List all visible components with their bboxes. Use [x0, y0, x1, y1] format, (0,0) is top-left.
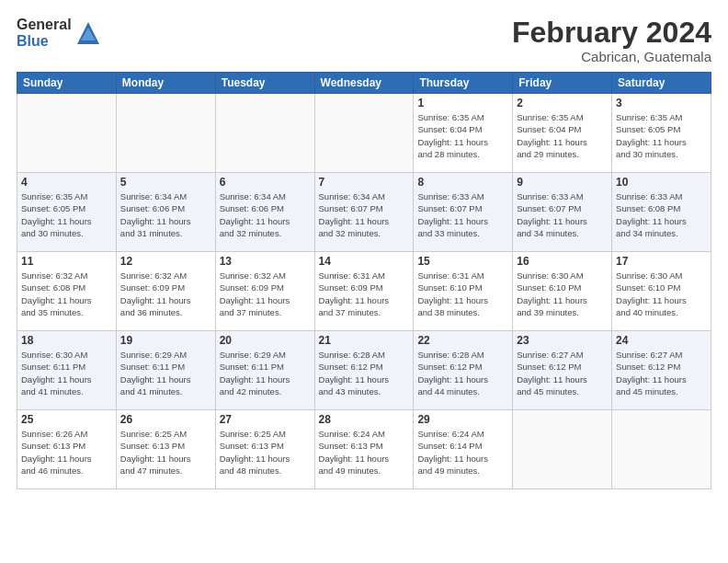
logo-general-text: General: [17, 17, 72, 33]
week-row-4: 18Sunrise: 6:30 AM Sunset: 6:11 PM Dayli…: [17, 331, 711, 410]
week-row-2: 4Sunrise: 6:35 AM Sunset: 6:05 PM Daylig…: [17, 173, 711, 252]
day-info: Sunrise: 6:34 AM Sunset: 6:06 PM Dayligh…: [120, 190, 211, 239]
day-info: Sunrise: 6:34 AM Sunset: 6:07 PM Dayligh…: [319, 190, 410, 239]
calendar-cell: 28Sunrise: 6:24 AM Sunset: 6:13 PM Dayli…: [314, 410, 414, 489]
day-info: Sunrise: 6:35 AM Sunset: 6:05 PM Dayligh…: [616, 111, 707, 160]
day-info: Sunrise: 6:35 AM Sunset: 6:05 PM Dayligh…: [21, 190, 112, 239]
day-info: Sunrise: 6:35 AM Sunset: 6:04 PM Dayligh…: [517, 111, 608, 160]
day-number: 12: [120, 255, 211, 268]
calendar-cell: 20Sunrise: 6:29 AM Sunset: 6:11 PM Dayli…: [215, 331, 314, 410]
calendar-cell: [215, 94, 314, 173]
calendar-cell: 7Sunrise: 6:34 AM Sunset: 6:07 PM Daylig…: [314, 173, 414, 252]
calendar-cell: 18Sunrise: 6:30 AM Sunset: 6:11 PM Dayli…: [17, 331, 117, 410]
calendar-cell: 4Sunrise: 6:35 AM Sunset: 6:05 PM Daylig…: [17, 173, 117, 252]
week-row-3: 11Sunrise: 6:32 AM Sunset: 6:08 PM Dayli…: [17, 252, 711, 331]
weekday-header-wednesday: Wednesday: [314, 73, 414, 94]
calendar-cell: 5Sunrise: 6:34 AM Sunset: 6:06 PM Daylig…: [116, 173, 215, 252]
day-number: 24: [616, 334, 707, 347]
day-number: 19: [120, 334, 211, 347]
day-info: Sunrise: 6:29 AM Sunset: 6:11 PM Dayligh…: [220, 349, 311, 397]
weekday-header-sunday: Sunday: [17, 73, 117, 94]
day-info: Sunrise: 6:26 AM Sunset: 6:13 PM Dayligh…: [21, 428, 112, 477]
day-number: 6: [220, 176, 311, 189]
calendar-cell: [17, 94, 117, 173]
calendar-cell: [116, 94, 215, 173]
calendar-cell: 14Sunrise: 6:31 AM Sunset: 6:09 PM Dayli…: [314, 252, 414, 331]
calendar-cell: 23Sunrise: 6:27 AM Sunset: 6:12 PM Dayli…: [513, 331, 612, 410]
day-info: Sunrise: 6:25 AM Sunset: 6:13 PM Dayligh…: [220, 428, 311, 477]
day-number: 18: [21, 334, 112, 347]
day-number: 1: [417, 97, 508, 109]
day-info: Sunrise: 6:24 AM Sunset: 6:14 PM Dayligh…: [417, 428, 508, 477]
day-number: 23: [517, 334, 608, 347]
calendar-cell: [612, 410, 711, 489]
calendar-cell: 3Sunrise: 6:35 AM Sunset: 6:05 PM Daylig…: [612, 94, 711, 173]
day-number: 27: [220, 413, 311, 426]
day-number: 2: [517, 97, 608, 109]
day-number: 29: [417, 413, 508, 426]
header: General Blue February 2024 Cabrican, Gua…: [17, 17, 711, 64]
calendar-cell: 17Sunrise: 6:30 AM Sunset: 6:10 PM Dayli…: [612, 252, 711, 331]
day-number: 21: [319, 334, 410, 347]
day-info: Sunrise: 6:32 AM Sunset: 6:08 PM Dayligh…: [21, 270, 112, 318]
calendar-cell: 22Sunrise: 6:28 AM Sunset: 6:12 PM Dayli…: [414, 331, 513, 410]
month-title: February 2024: [512, 17, 711, 49]
day-number: 20: [220, 334, 311, 347]
day-info: Sunrise: 6:30 AM Sunset: 6:10 PM Dayligh…: [616, 270, 707, 318]
day-info: Sunrise: 6:31 AM Sunset: 6:10 PM Dayligh…: [417, 270, 508, 318]
calendar-cell: 10Sunrise: 6:33 AM Sunset: 6:08 PM Dayli…: [612, 173, 711, 252]
weekday-header-friday: Friday: [513, 73, 612, 94]
day-info: Sunrise: 6:31 AM Sunset: 6:09 PM Dayligh…: [319, 270, 410, 318]
calendar-cell: [314, 94, 414, 173]
day-info: Sunrise: 6:35 AM Sunset: 6:04 PM Dayligh…: [417, 111, 508, 160]
calendar-cell: 1Sunrise: 6:35 AM Sunset: 6:04 PM Daylig…: [414, 94, 513, 173]
day-number: 28: [319, 413, 410, 426]
page: General Blue February 2024 Cabrican, Gua…: [0, 0, 728, 563]
calendar-cell: 29Sunrise: 6:24 AM Sunset: 6:14 PM Dayli…: [414, 410, 513, 489]
day-number: 3: [616, 97, 707, 109]
day-info: Sunrise: 6:24 AM Sunset: 6:13 PM Dayligh…: [319, 428, 410, 477]
day-number: 26: [120, 413, 211, 426]
day-number: 5: [120, 176, 211, 189]
calendar-table: SundayMondayTuesdayWednesdayThursdayFrid…: [17, 72, 711, 489]
calendar-cell: 9Sunrise: 6:33 AM Sunset: 6:07 PM Daylig…: [513, 173, 612, 252]
weekday-header-row: SundayMondayTuesdayWednesdayThursdayFrid…: [17, 73, 711, 94]
calendar-cell: 2Sunrise: 6:35 AM Sunset: 6:04 PM Daylig…: [513, 94, 612, 173]
day-info: Sunrise: 6:28 AM Sunset: 6:12 PM Dayligh…: [319, 349, 410, 397]
calendar-cell: 21Sunrise: 6:28 AM Sunset: 6:12 PM Dayli…: [314, 331, 414, 410]
day-number: 9: [517, 176, 608, 189]
day-number: 11: [21, 255, 112, 268]
day-info: Sunrise: 6:32 AM Sunset: 6:09 PM Dayligh…: [120, 270, 211, 318]
day-info: Sunrise: 6:30 AM Sunset: 6:11 PM Dayligh…: [21, 349, 112, 397]
day-number: 17: [616, 255, 707, 268]
day-number: 14: [319, 255, 410, 268]
weekday-header-saturday: Saturday: [612, 73, 711, 94]
week-row-5: 25Sunrise: 6:26 AM Sunset: 6:13 PM Dayli…: [17, 410, 711, 489]
calendar-cell: 15Sunrise: 6:31 AM Sunset: 6:10 PM Dayli…: [414, 252, 513, 331]
day-number: 4: [21, 176, 112, 189]
calendar-cell: 12Sunrise: 6:32 AM Sunset: 6:09 PM Dayli…: [116, 252, 215, 331]
logo: General Blue: [17, 17, 101, 49]
day-info: Sunrise: 6:32 AM Sunset: 6:09 PM Dayligh…: [220, 270, 311, 318]
location: Cabrican, Guatemala: [512, 49, 711, 64]
day-number: 22: [417, 334, 508, 347]
title-area: February 2024 Cabrican, Guatemala: [512, 17, 711, 64]
calendar-cell: 8Sunrise: 6:33 AM Sunset: 6:07 PM Daylig…: [414, 173, 513, 252]
day-info: Sunrise: 6:30 AM Sunset: 6:10 PM Dayligh…: [517, 270, 608, 318]
logo-blue-text: Blue: [17, 33, 72, 50]
day-info: Sunrise: 6:27 AM Sunset: 6:12 PM Dayligh…: [517, 349, 608, 397]
day-info: Sunrise: 6:27 AM Sunset: 6:12 PM Dayligh…: [616, 349, 707, 397]
calendar-cell: 25Sunrise: 6:26 AM Sunset: 6:13 PM Dayli…: [17, 410, 117, 489]
day-number: 8: [417, 176, 508, 189]
day-number: 25: [21, 413, 112, 426]
weekday-header-tuesday: Tuesday: [215, 73, 314, 94]
day-info: Sunrise: 6:33 AM Sunset: 6:08 PM Dayligh…: [616, 190, 707, 239]
calendar-cell: 16Sunrise: 6:30 AM Sunset: 6:10 PM Dayli…: [513, 252, 612, 331]
calendar-cell: [513, 410, 612, 489]
day-number: 16: [517, 255, 608, 268]
day-info: Sunrise: 6:33 AM Sunset: 6:07 PM Dayligh…: [517, 190, 608, 239]
day-info: Sunrise: 6:34 AM Sunset: 6:06 PM Dayligh…: [220, 190, 311, 239]
day-info: Sunrise: 6:33 AM Sunset: 6:07 PM Dayligh…: [417, 190, 508, 239]
day-number: 15: [417, 255, 508, 268]
calendar-cell: 26Sunrise: 6:25 AM Sunset: 6:13 PM Dayli…: [116, 410, 215, 489]
